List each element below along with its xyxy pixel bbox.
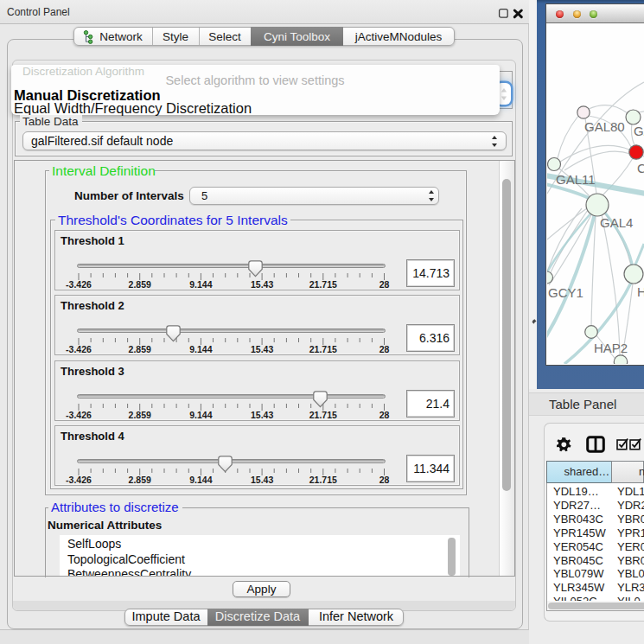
svg-text:HAP2: HAP2 [594,341,628,355]
svg-text:GAL80: GAL80 [584,119,625,134]
svg-text:GAL11: GAL11 [556,172,596,187]
svg-text:GCY1: GCY1 [548,285,583,300]
svg-text:H: H [637,284,644,299]
svg-text:GA: GA [634,124,644,138]
svg-text:C: C [637,161,644,175]
svg-text:GAL4: GAL4 [600,215,633,230]
